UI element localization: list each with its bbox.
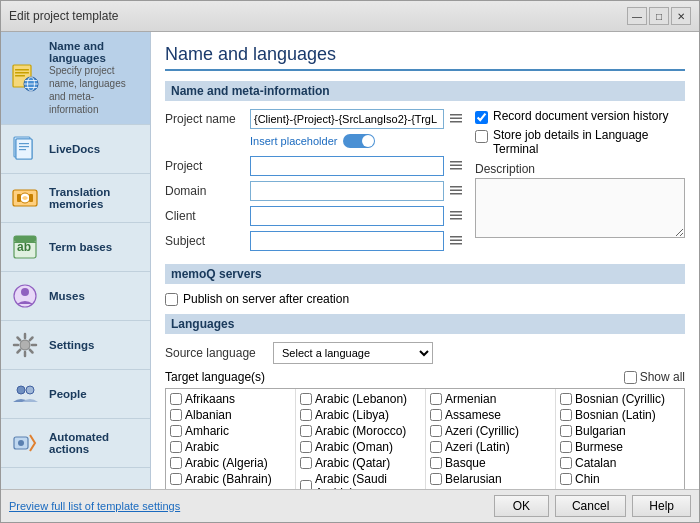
lang-checkbox[interactable] [560, 473, 572, 485]
project-field-input[interactable] [250, 156, 444, 176]
preview-link[interactable]: Preview full list of template settings [9, 500, 180, 512]
lang-item[interactable]: Chin [558, 471, 684, 487]
sidebar-item-automated-actions[interactable]: Automated actions [1, 419, 150, 468]
lang-item[interactable]: Burmese [558, 439, 684, 455]
description-textarea[interactable] [475, 178, 685, 238]
lang-item[interactable]: Arabic (Saudi Arabia) [298, 471, 423, 489]
lang-item[interactable]: Azeri (Cyrillic) [428, 423, 553, 439]
lang-checkbox[interactable] [430, 457, 442, 469]
lang-checkbox[interactable] [430, 393, 442, 405]
lang-item[interactable]: Azeri (Latin) [428, 439, 553, 455]
lang-checkbox[interactable] [430, 409, 442, 421]
source-language-label: Source language [165, 346, 265, 360]
sidebar-item-term-bases[interactable]: ab Term bases [1, 223, 150, 272]
project-field-icon[interactable] [447, 157, 465, 175]
lang-item[interactable]: Albanian [168, 407, 293, 423]
lang-item[interactable]: Armenian [428, 391, 553, 407]
help-button[interactable]: Help [632, 495, 691, 517]
lang-checkbox[interactable] [170, 473, 182, 485]
sidebar-item-settings[interactable]: Settings [1, 321, 150, 370]
lang-label: Bosnian (Cyrillic) [575, 392, 665, 406]
project-name-menu-icon[interactable] [447, 110, 465, 128]
lang-checkbox[interactable] [560, 457, 572, 469]
domain-field-icon[interactable] [447, 182, 465, 200]
ok-button[interactable]: OK [494, 495, 549, 517]
term-bases-label: Term bases [49, 241, 142, 253]
lang-checkbox[interactable] [560, 425, 572, 437]
people-label: People [49, 388, 142, 400]
lang-checkbox[interactable] [430, 425, 442, 437]
store-job-details-checkbox[interactable] [475, 130, 488, 143]
lang-label: Arabic (Morocco) [315, 424, 406, 438]
lang-checkbox[interactable] [170, 393, 182, 405]
automated-actions-label: Automated actions [49, 431, 142, 455]
lang-item[interactable]: Arabic [168, 439, 293, 455]
lang-item[interactable]: Amharic [168, 423, 293, 439]
sidebar-item-name-languages[interactable]: Name and languages Specify project name,… [1, 32, 150, 125]
cancel-button[interactable]: Cancel [555, 495, 626, 517]
lang-checkbox[interactable] [300, 409, 312, 421]
lang-checkbox[interactable] [170, 457, 182, 469]
show-all-label: Show all [640, 370, 685, 384]
lang-item[interactable]: Arabic (Algeria) [168, 455, 293, 471]
subject-field-label: Subject [165, 234, 250, 248]
maximize-button[interactable]: □ [649, 7, 669, 25]
lang-item[interactable]: Bosnian (Cyrillic) [558, 391, 684, 407]
lang-item[interactable]: Bulgarian [558, 423, 684, 439]
lang-item[interactable]: Arabic (Bahrain) [168, 471, 293, 487]
source-language-select[interactable]: Select a language [273, 342, 433, 364]
record-version-history-row: Record document version history [475, 109, 685, 124]
svg-rect-2 [15, 72, 29, 74]
lang-checkbox[interactable] [560, 393, 572, 405]
lang-checkbox[interactable] [560, 409, 572, 421]
lang-checkbox[interactable] [170, 441, 182, 453]
show-all-checkbox[interactable] [624, 371, 637, 384]
lang-checkbox[interactable] [300, 480, 312, 489]
lang-item[interactable]: Arabic (Libya) [298, 407, 423, 423]
term-bases-text: Term bases [49, 241, 142, 253]
lang-label: Catalan [575, 456, 616, 470]
lang-item[interactable]: Afrikaans [168, 391, 293, 407]
lang-checkbox[interactable] [170, 409, 182, 421]
lang-checkbox[interactable] [560, 441, 572, 453]
left-form: Project name Insert placeholder [165, 109, 465, 256]
lang-checkbox[interactable] [300, 393, 312, 405]
minimize-button[interactable]: — [627, 7, 647, 25]
lang-checkbox[interactable] [300, 457, 312, 469]
lang-item[interactable]: Assamese [428, 407, 553, 423]
lang-item[interactable]: Arabic (Morocco) [298, 423, 423, 439]
lang-item[interactable]: Belarusian [428, 471, 553, 487]
lang-checkbox[interactable] [170, 425, 182, 437]
lang-item[interactable]: Basque [428, 455, 553, 471]
domain-field-label: Domain [165, 184, 250, 198]
sidebar-item-livedocs[interactable]: LiveDocs [1, 125, 150, 174]
lang-checkbox[interactable] [300, 441, 312, 453]
project-name-label: Project name [165, 112, 250, 126]
lang-item[interactable]: Arabic (Lebanon) [298, 391, 423, 407]
bottom-bar: Preview full list of template settings O… [1, 489, 699, 522]
lang-checkbox[interactable] [430, 441, 442, 453]
sidebar-item-people[interactable]: People [1, 370, 150, 419]
lang-label: Burmese [575, 440, 623, 454]
subject-field-input[interactable] [250, 231, 444, 251]
lang-checkbox[interactable] [300, 425, 312, 437]
record-version-history-checkbox[interactable] [475, 111, 488, 124]
client-field-icon[interactable] [447, 207, 465, 225]
lang-item[interactable]: Arabic (Qatar) [298, 455, 423, 471]
publish-server-checkbox[interactable] [165, 293, 178, 306]
lang-item[interactable]: Bosnian (Latin) [558, 407, 684, 423]
client-field-input[interactable] [250, 206, 444, 226]
sidebar-item-translation-memories[interactable]: Translation memories [1, 174, 150, 223]
lang-col-col2: Arabic (Lebanon)Arabic (Libya)Arabic (Mo… [296, 389, 426, 489]
domain-field-input[interactable] [250, 181, 444, 201]
window-title: Edit project template [9, 9, 118, 23]
lang-item[interactable]: Arabic (Oman) [298, 439, 423, 455]
close-button[interactable]: ✕ [671, 7, 691, 25]
subject-field-icon[interactable] [447, 232, 465, 250]
project-name-input[interactable] [250, 109, 444, 129]
sidebar-item-muses[interactable]: Muses [1, 272, 150, 321]
insert-placeholder-toggle[interactable] [343, 134, 375, 148]
lang-label: Assamese [445, 408, 501, 422]
lang-item[interactable]: Catalan [558, 455, 684, 471]
lang-checkbox[interactable] [430, 473, 442, 485]
